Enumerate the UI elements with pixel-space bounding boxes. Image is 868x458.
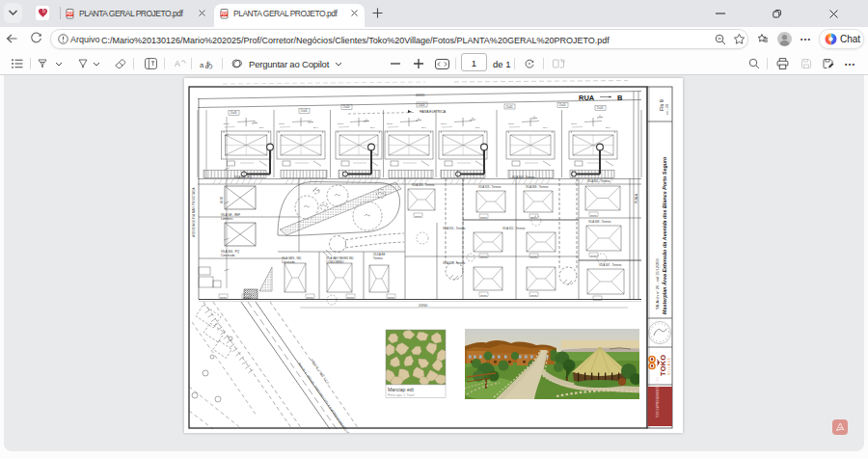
svg-text:SB.Arch n° 26 - val 15/12/200: SB.Arch n° 26 - val 15/12/200 [655,257,660,310]
svg-text:RUA N° 1 - MIGUEL GREGAND CITY: RUA N° 1 - MIGUEL GREGAND CITY E EMPREEN… [297,362,354,433]
svg-text:Marciap edi: Marciap edi [388,387,414,392]
svg-text:PDF: PDF [67,13,74,16]
svg-text:20x30: 20x30 [530,294,537,297]
svg-text:20.0: 20.0 [370,126,375,129]
svg-text:12.50: 12.50 [387,122,393,125]
svg-text:Construida: Construida [221,254,235,257]
svg-text:20.0: 20.0 [543,126,548,129]
svg-text:20x30: 20x30 [415,215,421,218]
svg-text:15x20: 15x20 [231,111,238,115]
svg-text:20.0: 20.0 [313,126,318,129]
svg-text:20.0: 20.0 [421,126,426,129]
svg-text:esc 1:200: esc 1:200 [665,103,669,115]
svg-text:VILA 303 - Terreno: VILA 303 - Terreno [412,183,435,187]
svg-text:B: B [617,94,623,102]
svg-text:VILA 315 - Terreno: VILA 315 - Terreno [443,227,466,230]
svg-text:20x30: 20x30 [480,216,487,219]
svg-text:VILA 305 - Terreno: VILA 305 - Terreno [587,179,610,183]
svg-text:VILA 304 - Terreno: VILA 304 - Terreno [512,175,535,179]
svg-text:VILLAGE: VILLAGE [667,357,671,375]
svg-text:CONDOMINIO: CONDOMINIO [326,260,344,264]
svg-text:あ: あ [205,60,214,69]
svg-text:A: A [175,59,180,68]
svg-text:TOKO EMPREENDIMENTOS LTDA: TOKO EMPREENDIMENTOS LTDA [656,377,660,418]
svg-text:20.0: 20.0 [475,126,480,129]
svg-text:RUA: RUA [579,94,595,102]
svg-text:20x30: 20x30 [388,296,394,299]
svg-text:Pietra rigat. 1: Travel: Pietra rigat. 1: Travel [388,393,415,397]
svg-text:15x20: 15x20 [597,106,605,110]
svg-text:Fls 9: Fls 9 [659,99,665,111]
svg-text:20.0: 20.0 [259,126,264,129]
svg-text:15x20: 15x20 [506,105,514,109]
svg-text:VILA 312 - Terreno: VILA 312 - Terreno [502,227,526,230]
svg-text:20x30: 20x30 [347,296,354,299]
svg-text:15x20: 15x20 [419,103,426,107]
svg-text:VILA 308 - Terreno: VILA 308 - Terreno [588,220,611,224]
svg-text:15x20: 15x20 [301,109,309,113]
svg-text:Lemmers: Lemmers [221,217,233,221]
svg-text:20X60: 20X60 [419,304,427,308]
svg-text:12.50: 12.50 [338,122,344,125]
svg-text:VILA 309 - Terreno: VILA 309 - Terreno [526,185,549,189]
svg-text:20x30: 20x30 [594,298,601,301]
svg-text:20x30: 20x30 [530,216,537,219]
svg-text:12.50: 12.50 [441,122,448,125]
svg-text:15x20: 15x20 [343,105,351,109]
svg-text:60.00: 60.00 [220,197,224,203]
svg-text:Construido: Construido [282,260,295,264]
svg-text:20x30: 20x30 [480,294,487,297]
svg-text:Masterplan Área Extensão da Av: Masterplan Área Extensão da Avenida dos … [662,156,667,314]
svg-text:20x30: 20x30 [480,256,487,258]
svg-text:12.50: 12.50 [571,122,578,125]
svg-text:AVENIDA BEIRA MAR PROJETADA: AVENIDA BEIRA MAR PROJETADA [192,187,196,237]
svg-text:FAIXA ELETRICA: FAIXA ELETRICA [420,110,447,114]
svg-text:Terreno: Terreno [373,256,383,260]
svg-text:20x30: 20x30 [590,255,597,257]
svg-text:a: a [200,61,204,69]
svg-text:12.50: 12.50 [508,122,515,125]
svg-text:TOKO: TOKO [659,355,667,376]
svg-text:20.0: 20.0 [606,126,610,129]
svg-text:20x30: 20x30 [590,214,597,217]
svg-text:VILA 313 - Terreno: VILA 313 - Terreno [478,185,502,189]
svg-text:RUA A: RUA A [635,193,638,203]
svg-text:20X15: 20X15 [416,94,424,97]
svg-text:PDF: PDF [221,13,229,16]
svg-text:VILA 300 - PQ: VILA 300 - PQ [234,175,253,179]
svg-text:VILA 307 - Terreno: VILA 307 - Terreno [599,263,622,267]
svg-text:15x20: 15x20 [559,103,567,107]
svg-text:VILA 310 - Terreno: VILA 310 - Terreno [443,261,466,265]
svg-text:20x30: 20x30 [530,256,537,258]
svg-text:20x30: 20x30 [307,296,313,299]
svg-text:12.50: 12.50 [279,122,285,125]
svg-text:20x30: 20x30 [220,296,227,299]
